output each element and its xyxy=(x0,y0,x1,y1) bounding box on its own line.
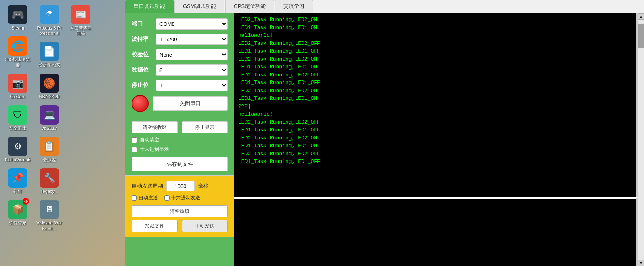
scrollbar[interactable]: ▲ ▼ xyxy=(638,13,644,266)
databits-select[interactable]: 8 xyxy=(156,64,228,76)
jingji-icon-img: 📄 xyxy=(40,42,59,61)
clear-recv-button[interactable]: 清空接收区 xyxy=(132,121,178,133)
terminal-line: LED2_Task Running,LED2_OFF xyxy=(238,40,632,48)
terminal-upper: LED2_Task Running,LED2_ONLED1_Task Runni… xyxy=(234,13,638,197)
left-panel: 端口 COM8 波特率 115200 校验位 xyxy=(125,13,234,266)
terminal-line: LED2_Task Running,LED2_ON xyxy=(238,55,632,63)
desktop: 🎮 Steam 🌐 360极速浏览器 📷 GifCam 🛡 安全卫士 ⚙ xyxy=(0,0,644,266)
steam-icon-label: Steam xyxy=(11,25,24,31)
renkou-icon-label: 人口普查新闻稿 xyxy=(68,25,94,36)
nba-icon-img: 🏀 xyxy=(40,74,59,93)
stopbits-label: 停止位 xyxy=(132,82,156,89)
load-file-button[interactable]: 加载文件 xyxy=(132,220,178,232)
icon-360[interactable]: 🌐 360极速浏览器 xyxy=(3,35,32,69)
icon-renkou[interactable]: 📰 人口普查新闻稿 xyxy=(66,3,95,38)
auto-send-checkbox[interactable] xyxy=(132,195,137,201)
anquan-icon-img: 🛡 xyxy=(8,105,27,125)
close-port-button[interactable]: 关闭串口 xyxy=(153,96,228,111)
config-section: 端口 COM8 波特率 115200 校验位 xyxy=(125,13,234,117)
stop-display-button[interactable]: 停止显示 xyxy=(182,121,228,133)
hex-display-checkbox[interactable] xyxy=(132,147,137,152)
renkou-icon-img: 📰 xyxy=(71,5,90,24)
recv-btn-row: 清空接收区 停止显示 xyxy=(132,121,228,133)
icon-dingding[interactable]: 📌 钉钉 xyxy=(3,167,32,196)
terminal-line: LED2_Task Running,LED2_OFF xyxy=(238,150,632,158)
icon-steam[interactable]: 🎮 Steam xyxy=(3,3,32,32)
terminal-line: LED2_Task Running,LED2_ON xyxy=(238,87,632,95)
icon-huifu[interactable]: 📋 会服差 xyxy=(35,135,64,164)
software-badge: 40 xyxy=(23,198,29,205)
proteus-icon-img: ⚗ xyxy=(40,5,59,24)
icon-software[interactable]: 📦 40 软件管家 xyxy=(3,198,32,227)
software-icon-img: 📦 40 xyxy=(8,200,27,219)
content-area: 端口 COM8 波特率 115200 校验位 xyxy=(125,13,644,266)
auto-clear-checkbox[interactable] xyxy=(132,137,137,143)
360-icon-label: 360极速浏览器 xyxy=(5,57,31,68)
icon-vmware[interactable]: 🖥 VMware Workstati... xyxy=(35,198,64,232)
hex-send-label[interactable]: 十六进制发送 xyxy=(164,194,200,201)
auto-send-label[interactable]: 自动发送 xyxy=(132,194,158,201)
vs-icon-img: 💻 xyxy=(40,105,59,125)
icon-nba[interactable]: 🏀 NBA 2K20 xyxy=(35,72,64,101)
send-period-input[interactable]: 1000 xyxy=(166,181,195,191)
anquan-icon-label: 安全卫士 xyxy=(9,126,27,131)
scroll-up-arrow[interactable]: ▲ xyxy=(638,13,644,20)
gifcam-icon-img: 📷 xyxy=(8,74,27,93)
manual-send-button[interactable]: 手动发送 xyxy=(182,220,228,232)
terminal-line: LED2_Task Running,LED2_ON xyxy=(238,134,632,142)
port-select[interactable]: COM8 xyxy=(156,18,228,30)
keil-icon-label: Keil uVision5 xyxy=(5,157,30,163)
stopbits-select[interactable]: 1 xyxy=(156,80,228,91)
send-action-row: 清空重填 xyxy=(132,205,228,217)
ilegacy-icon-img: 🔧 xyxy=(40,168,59,188)
icon-ilegacy[interactable]: 🔧 ilegacy... xyxy=(35,167,64,196)
keil-icon-img: ⚙ xyxy=(8,137,27,156)
icon-vs[interactable]: 💻 vs 2017 xyxy=(35,103,64,133)
baud-select[interactable]: 115200 xyxy=(156,34,228,45)
tab-gsm[interactable]: GSM调试功能 xyxy=(174,0,224,13)
icon-jingji[interactable]: 📄 经济学论文 xyxy=(35,40,64,69)
terminal-line: LED2_Task Running,LED2_OFF xyxy=(238,118,632,127)
dingding-icon-img: 📌 xyxy=(8,168,27,188)
ilegacy-icon-label: ilegacy... xyxy=(41,189,58,194)
icon-anquan[interactable]: 🛡 安全卫士 xyxy=(3,103,32,133)
scroll-track xyxy=(638,20,644,260)
steam-icon-img: 🎮 xyxy=(8,5,27,24)
clear-send-button[interactable]: 清空重填 xyxy=(132,205,228,217)
vs-icon-label: vs 2017 xyxy=(42,126,57,131)
baud-row: 波特率 115200 xyxy=(132,34,228,45)
send-section: 自动发送周期 1000 毫秒 自动发送 十六进制发送 xyxy=(125,175,234,237)
load-file-row: 加载文件 手动发送 xyxy=(132,220,228,232)
terminal-line: LED1_Task Running,LED1_ON xyxy=(238,24,632,32)
icon-proteus[interactable]: ⚗ Proteus 8 Professional xyxy=(35,3,64,38)
dingding-icon-label: 钉钉 xyxy=(13,189,22,194)
terminal-line: helloworld! xyxy=(238,110,632,118)
huifu-icon-img: 📋 xyxy=(40,137,59,156)
gifcam-icon-label: GifCam xyxy=(10,94,25,99)
scroll-thumb[interactable] xyxy=(638,24,644,48)
receive-section: 清空接收区 停止显示 自动清空 十六进制显示 保存到文件 xyxy=(125,117,234,175)
tab-ac[interactable]: 交流学习 xyxy=(275,0,313,13)
auto-clear-label[interactable]: 自动清空 xyxy=(140,137,159,144)
jingji-icon-label: 经济学论文 xyxy=(38,62,61,68)
send-period-label: 自动发送周期 xyxy=(132,182,163,190)
connection-indicator xyxy=(132,95,149,112)
stopbits-row: 停止位 1 xyxy=(132,80,228,91)
terminal-line: LED1_Task Running,LED1_OFF xyxy=(238,47,632,55)
auto-clear-row: 自动清空 xyxy=(132,137,228,144)
terminal-line: LED1_Task Running,LED1_OFF xyxy=(238,79,632,87)
terminal-line: LED1_Task Running,LED1_ON xyxy=(238,95,632,103)
tab-serial[interactable]: 串口调试功能 xyxy=(125,0,174,13)
save-file-button[interactable]: 保存到文件 xyxy=(132,157,228,171)
hex-display-label[interactable]: 十六进制显示 xyxy=(140,146,169,153)
tab-gps[interactable]: GPS定位功能 xyxy=(225,0,274,13)
connection-row: 关闭串口 xyxy=(132,95,228,112)
nba-icon-label: NBA 2K20 xyxy=(39,94,60,99)
hex-display-row: 十六进制显示 xyxy=(132,146,228,153)
hex-send-checkbox[interactable] xyxy=(164,195,170,201)
icon-gifcam[interactable]: 📷 GifCam xyxy=(3,72,32,101)
parity-select[interactable]: None xyxy=(156,49,228,60)
icon-keil[interactable]: ⚙ Keil uVision5 xyxy=(3,135,32,164)
scroll-down-arrow[interactable]: ▼ xyxy=(638,260,644,266)
vmware-icon-img: 🖥 xyxy=(40,200,59,219)
